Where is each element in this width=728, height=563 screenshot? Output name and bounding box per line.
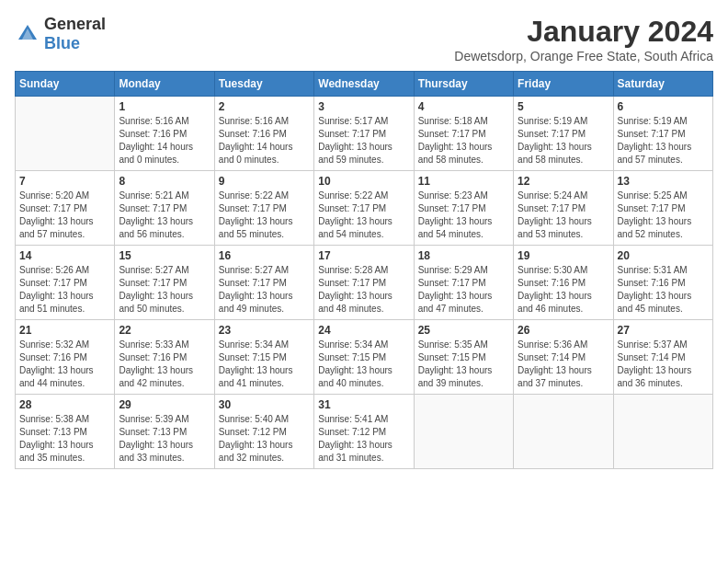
- calendar-cell-w2-d6: 13 Sunrise: 5:25 AMSunset: 7:17 PMDaylig…: [613, 171, 712, 246]
- logo-blue: Blue: [44, 34, 80, 52]
- day-number: 29: [119, 398, 210, 411]
- calendar-cell-w4-d2: 23 Sunrise: 5:34 AMSunset: 7:15 PMDaylig…: [214, 320, 313, 395]
- day-info: Sunrise: 5:30 AMSunset: 7:16 PMDaylight:…: [518, 264, 609, 316]
- logo-general: General: [44, 15, 106, 33]
- header-wednesday: Wednesday: [314, 72, 414, 97]
- header-tuesday: Tuesday: [214, 72, 313, 97]
- calendar-header-row: Sunday Monday Tuesday Wednesday Thursday…: [16, 72, 713, 97]
- header-thursday: Thursday: [414, 72, 513, 97]
- calendar-cell-w4-d3: 24 Sunrise: 5:34 AMSunset: 7:15 PMDaylig…: [314, 320, 414, 395]
- day-number: 22: [119, 324, 210, 337]
- day-info: Sunrise: 5:38 AMSunset: 7:13 PMDaylight:…: [19, 413, 110, 465]
- calendar-cell-w1-d3: 3 Sunrise: 5:17 AMSunset: 7:17 PMDayligh…: [314, 97, 414, 171]
- calendar-cell-w1-d0: [16, 97, 115, 171]
- day-info: Sunrise: 5:35 AMSunset: 7:15 PMDaylight:…: [418, 339, 509, 390]
- main-title: January 2024: [454, 15, 713, 49]
- day-info: Sunrise: 5:17 AMSunset: 7:17 PMDaylight:…: [318, 115, 409, 167]
- subtitle: Dewetsdorp, Orange Free State, South Afr…: [454, 49, 713, 63]
- calendar-cell-w5-d2: 30 Sunrise: 5:40 AMSunset: 7:12 PMDaylig…: [214, 395, 313, 469]
- day-number: 2: [219, 100, 310, 113]
- calendar-cell-w1-d6: 6 Sunrise: 5:19 AMSunset: 7:17 PMDayligh…: [613, 97, 712, 171]
- day-number: 12: [518, 175, 609, 188]
- day-info: Sunrise: 5:16 AMSunset: 7:16 PMDaylight:…: [119, 115, 210, 167]
- calendar-week-1: 1 Sunrise: 5:16 AMSunset: 7:16 PMDayligh…: [16, 97, 713, 171]
- day-info: Sunrise: 5:36 AMSunset: 7:14 PMDaylight:…: [518, 339, 609, 390]
- day-info: Sunrise: 5:23 AMSunset: 7:17 PMDaylight:…: [418, 190, 509, 241]
- day-number: 19: [518, 249, 609, 262]
- calendar: Sunday Monday Tuesday Wednesday Thursday…: [15, 71, 713, 469]
- calendar-cell-w5-d1: 29 Sunrise: 5:39 AMSunset: 7:13 PMDaylig…: [115, 395, 214, 469]
- day-info: Sunrise: 5:27 AMSunset: 7:17 PMDaylight:…: [219, 264, 310, 316]
- day-info: Sunrise: 5:25 AMSunset: 7:17 PMDaylight:…: [618, 190, 709, 241]
- calendar-cell-w2-d2: 9 Sunrise: 5:22 AMSunset: 7:17 PMDayligh…: [214, 171, 313, 246]
- day-info: Sunrise: 5:33 AMSunset: 7:16 PMDaylight:…: [119, 339, 210, 390]
- day-info: Sunrise: 5:34 AMSunset: 7:15 PMDaylight:…: [219, 339, 310, 390]
- title-section: January 2024 Dewetsdorp, Orange Free Sta…: [454, 15, 713, 63]
- day-info: Sunrise: 5:27 AMSunset: 7:17 PMDaylight:…: [119, 264, 210, 316]
- calendar-cell-w5-d5: [514, 395, 613, 469]
- day-info: Sunrise: 5:28 AMSunset: 7:17 PMDaylight:…: [318, 264, 409, 316]
- day-number: 3: [318, 100, 409, 113]
- logo: General Blue: [15, 15, 106, 53]
- day-info: Sunrise: 5:16 AMSunset: 7:16 PMDaylight:…: [219, 115, 310, 167]
- calendar-cell-w4-d6: 27 Sunrise: 5:37 AMSunset: 7:14 PMDaylig…: [613, 320, 712, 395]
- day-info: Sunrise: 5:19 AMSunset: 7:17 PMDaylight:…: [618, 115, 709, 167]
- day-info: Sunrise: 5:24 AMSunset: 7:17 PMDaylight:…: [518, 190, 609, 241]
- day-number: 30: [219, 398, 310, 411]
- calendar-cell-w3-d1: 15 Sunrise: 5:27 AMSunset: 7:17 PMDaylig…: [115, 246, 214, 320]
- calendar-cell-w5-d6: [613, 395, 712, 469]
- day-number: 10: [318, 175, 409, 188]
- day-number: 16: [219, 249, 310, 262]
- calendar-cell-w1-d2: 2 Sunrise: 5:16 AMSunset: 7:16 PMDayligh…: [214, 97, 313, 171]
- calendar-cell-w5-d3: 31 Sunrise: 5:41 AMSunset: 7:12 PMDaylig…: [314, 395, 414, 469]
- day-number: 15: [119, 249, 210, 262]
- calendar-cell-w4-d4: 25 Sunrise: 5:35 AMSunset: 7:15 PMDaylig…: [414, 320, 513, 395]
- day-number: 8: [119, 175, 210, 188]
- calendar-cell-w2-d3: 10 Sunrise: 5:22 AMSunset: 7:17 PMDaylig…: [314, 171, 414, 246]
- page-header: General Blue January 2024 Dewetsdorp, Or…: [15, 15, 713, 63]
- day-info: Sunrise: 5:39 AMSunset: 7:13 PMDaylight:…: [119, 413, 210, 465]
- day-info: Sunrise: 5:20 AMSunset: 7:17 PMDaylight:…: [19, 190, 110, 241]
- day-number: 21: [19, 324, 110, 337]
- calendar-week-4: 21 Sunrise: 5:32 AMSunset: 7:16 PMDaylig…: [16, 320, 713, 395]
- calendar-week-2: 7 Sunrise: 5:20 AMSunset: 7:17 PMDayligh…: [16, 171, 713, 246]
- calendar-cell-w2-d5: 12 Sunrise: 5:24 AMSunset: 7:17 PMDaylig…: [514, 171, 613, 246]
- day-info: Sunrise: 5:32 AMSunset: 7:16 PMDaylight:…: [19, 339, 110, 390]
- day-number: 17: [318, 249, 409, 262]
- day-info: Sunrise: 5:22 AMSunset: 7:17 PMDaylight:…: [318, 190, 409, 241]
- calendar-cell-w3-d3: 17 Sunrise: 5:28 AMSunset: 7:17 PMDaylig…: [314, 246, 414, 320]
- calendar-cell-w1-d1: 1 Sunrise: 5:16 AMSunset: 7:16 PMDayligh…: [115, 97, 214, 171]
- day-number: 6: [618, 100, 709, 113]
- calendar-cell-w4-d0: 21 Sunrise: 5:32 AMSunset: 7:16 PMDaylig…: [16, 320, 115, 395]
- day-number: 9: [219, 175, 310, 188]
- day-info: Sunrise: 5:19 AMSunset: 7:17 PMDaylight:…: [518, 115, 609, 167]
- day-number: 25: [418, 324, 509, 337]
- calendar-cell-w5-d4: [414, 395, 513, 469]
- day-number: 11: [418, 175, 509, 188]
- day-number: 1: [119, 100, 210, 113]
- day-info: Sunrise: 5:40 AMSunset: 7:12 PMDaylight:…: [219, 413, 310, 465]
- calendar-cell-w4-d5: 26 Sunrise: 5:36 AMSunset: 7:14 PMDaylig…: [514, 320, 613, 395]
- day-number: 27: [618, 324, 709, 337]
- day-info: Sunrise: 5:21 AMSunset: 7:17 PMDaylight:…: [119, 190, 210, 241]
- calendar-week-5: 28 Sunrise: 5:38 AMSunset: 7:13 PMDaylig…: [16, 395, 713, 469]
- calendar-cell-w1-d5: 5 Sunrise: 5:19 AMSunset: 7:17 PMDayligh…: [514, 97, 613, 171]
- calendar-cell-w3-d4: 18 Sunrise: 5:29 AMSunset: 7:17 PMDaylig…: [414, 246, 513, 320]
- header-friday: Friday: [514, 72, 613, 97]
- logo-icon: [15, 21, 40, 47]
- day-number: 20: [618, 249, 709, 262]
- day-number: 23: [219, 324, 310, 337]
- day-info: Sunrise: 5:37 AMSunset: 7:14 PMDaylight:…: [618, 339, 709, 390]
- day-info: Sunrise: 5:41 AMSunset: 7:12 PMDaylight:…: [318, 413, 409, 465]
- day-number: 31: [318, 398, 409, 411]
- calendar-cell-w2-d1: 8 Sunrise: 5:21 AMSunset: 7:17 PMDayligh…: [115, 171, 214, 246]
- day-info: Sunrise: 5:26 AMSunset: 7:17 PMDaylight:…: [19, 264, 110, 316]
- calendar-week-3: 14 Sunrise: 5:26 AMSunset: 7:17 PMDaylig…: [16, 246, 713, 320]
- calendar-cell-w3-d6: 20 Sunrise: 5:31 AMSunset: 7:16 PMDaylig…: [613, 246, 712, 320]
- header-saturday: Saturday: [613, 72, 712, 97]
- day-number: 7: [19, 175, 110, 188]
- day-info: Sunrise: 5:29 AMSunset: 7:17 PMDaylight:…: [418, 264, 509, 316]
- logo-text: General Blue: [44, 15, 106, 53]
- calendar-cell-w4-d1: 22 Sunrise: 5:33 AMSunset: 7:16 PMDaylig…: [115, 320, 214, 395]
- day-number: 28: [19, 398, 110, 411]
